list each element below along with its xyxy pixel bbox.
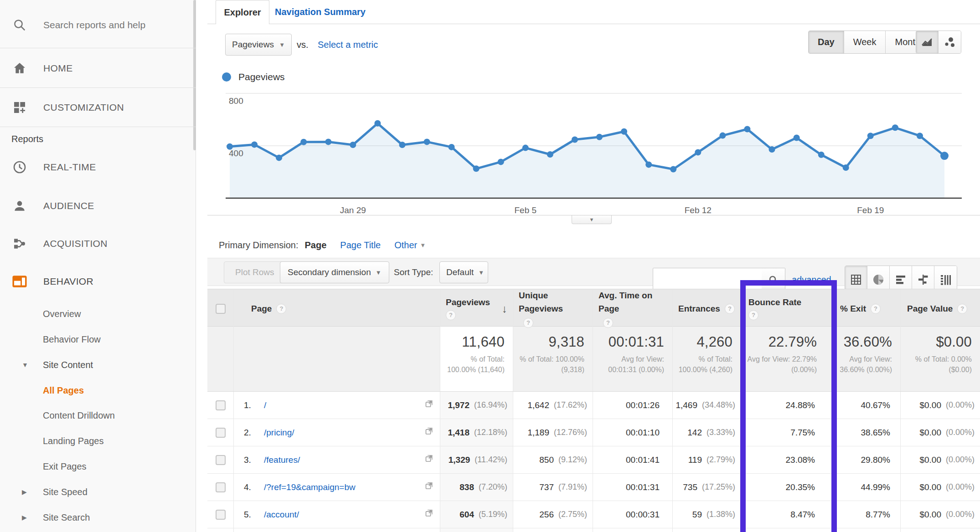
unique-pageviews-value: 256 — [539, 510, 554, 520]
primary-dimension-other[interactable]: Other — [394, 240, 417, 251]
select-all-checkbox[interactable] — [216, 304, 226, 314]
help-icon[interactable]: ? — [957, 304, 967, 314]
sidebar-item-site-search[interactable]: ▶ Site Search — [0, 505, 196, 530]
sidebar-item-overview[interactable]: Overview — [0, 301, 196, 327]
external-link-icon[interactable] — [423, 481, 433, 493]
row-checkbox[interactable] — [216, 482, 226, 492]
search-icon — [12, 17, 27, 33]
select-metric-link[interactable]: Select a metric — [318, 40, 378, 50]
granularity-week-button[interactable]: Week — [844, 31, 886, 53]
external-link-icon[interactable] — [423, 426, 433, 439]
entrances-value: 1,469 — [676, 400, 697, 410]
help-icon[interactable]: ? — [446, 310, 456, 320]
data-point[interactable] — [325, 138, 331, 145]
sidebar-item-behavior-flow[interactable]: Behavior Flow — [0, 327, 196, 352]
page-link[interactable]: /pricing/ — [264, 428, 294, 438]
col-header-page-value[interactable]: Page Value — [907, 304, 953, 314]
data-point[interactable] — [572, 137, 578, 143]
col-header-bounce-rate[interactable]: Bounce Rate — [748, 297, 801, 307]
data-point[interactable] — [695, 149, 701, 155]
row-checkbox[interactable] — [216, 428, 226, 438]
secondary-dimension-dropdown[interactable]: Secondary dimension ▼ — [280, 261, 389, 283]
sidebar-item-site-speed[interactable]: ▶ Site Speed — [0, 479, 196, 505]
col-header-exit[interactable]: % Exit — [840, 304, 866, 314]
chart-canvas[interactable]: 800 400 Jan 29 Feb 5 Feb 12 Feb 19 — [207, 64, 980, 221]
data-point[interactable] — [719, 133, 726, 139]
data-point[interactable] — [251, 141, 258, 148]
sidebar-item-exit-pages[interactable]: Exit Pages — [0, 454, 196, 479]
row-checkbox[interactable] — [216, 510, 226, 520]
data-point[interactable] — [498, 159, 504, 165]
sort-desc-icon[interactable]: ↓ — [502, 302, 507, 315]
data-point[interactable] — [843, 164, 849, 171]
data-point[interactable] — [424, 138, 430, 145]
page-link[interactable]: /account/ — [264, 510, 299, 520]
data-point[interactable] — [276, 154, 282, 161]
data-point[interactable] — [449, 144, 455, 150]
scatter-chart-icon[interactable] — [939, 31, 961, 53]
granularity-day-button[interactable]: Day — [809, 31, 844, 53]
external-link-icon[interactable] — [423, 399, 433, 411]
data-point[interactable] — [940, 152, 949, 160]
exit-value: 29.80% — [861, 455, 890, 465]
primary-dimension-label: Primary Dimension: — [219, 240, 298, 251]
page-link[interactable]: / — [264, 400, 266, 410]
entrances-pct: (3.33%) — [707, 428, 735, 437]
sidebar-item-site-content[interactable]: ▼ Site Content — [0, 352, 196, 378]
external-link-icon[interactable] — [423, 508, 433, 521]
page-link[interactable]: /features/ — [264, 455, 300, 465]
data-point[interactable] — [769, 146, 775, 153]
data-point[interactable] — [399, 142, 406, 148]
help-icon[interactable]: ? — [871, 304, 881, 314]
line-chart-icon[interactable] — [916, 31, 939, 53]
sidebar-item-home[interactable]: HOME — [0, 56, 196, 81]
col-header-page[interactable]: Page — [251, 304, 272, 314]
data-point[interactable] — [374, 120, 381, 127]
data-point[interactable] — [867, 133, 874, 139]
plot-rows-button[interactable]: Plot Rows — [224, 261, 286, 283]
col-header-unique-pageviews[interactable]: Unique Pageviews — [519, 289, 588, 315]
col-header-entrances[interactable]: Entrances — [678, 304, 720, 314]
sidebar-item-acquisition[interactable]: ACQUISITION — [0, 231, 196, 256]
data-point[interactable] — [621, 128, 627, 135]
data-point[interactable] — [645, 161, 652, 168]
external-link-icon[interactable] — [423, 454, 433, 466]
collapse-handle[interactable]: ▼ — [572, 215, 612, 224]
help-icon[interactable]: ? — [725, 304, 735, 314]
sidebar-search[interactable]: Search reports and help — [0, 12, 196, 38]
row-checkbox[interactable] — [216, 455, 226, 465]
help-icon[interactable]: ? — [276, 304, 286, 314]
help-icon[interactable]: ? — [748, 310, 758, 320]
data-point[interactable] — [818, 152, 825, 158]
tab-explorer[interactable]: Explorer — [216, 0, 269, 24]
data-point[interactable] — [917, 133, 923, 139]
sidebar-item-all-pages[interactable]: All Pages — [0, 378, 196, 403]
sidebar-item-realtime[interactable]: REAL-TIME — [0, 154, 196, 180]
sidebar-item-audience[interactable]: AUDIENCE — [0, 193, 196, 219]
primary-dimension-page-title[interactable]: Page Title — [340, 240, 381, 251]
metric-selector[interactable]: Pageviews ▼ — [225, 34, 292, 56]
sidebar-item-behavior[interactable]: BEHAVIOR — [0, 269, 196, 294]
data-point[interactable] — [473, 165, 480, 172]
data-point[interactable] — [522, 145, 529, 151]
data-point[interactable] — [547, 151, 553, 158]
sidebar-item-content-drilldown[interactable]: Content Drilldown — [0, 403, 196, 428]
data-point[interactable] — [670, 166, 676, 173]
col-header-avg-time[interactable]: Avg. Time on Page — [598, 289, 665, 315]
data-point[interactable] — [300, 139, 307, 145]
sort-type-dropdown[interactable]: Default ▼ — [439, 261, 488, 283]
sidebar-item-landing-pages[interactable]: Landing Pages — [0, 428, 196, 454]
data-point[interactable] — [794, 135, 800, 141]
sidebar-item-customization[interactable]: CUSTOMIZATION — [0, 95, 196, 120]
row-checkbox[interactable] — [216, 400, 226, 410]
primary-dimension-page[interactable]: Page — [304, 240, 326, 251]
data-point[interactable] — [350, 142, 356, 148]
data-point[interactable] — [596, 134, 603, 140]
col-header-pageviews[interactable]: Pageviews — [446, 297, 490, 307]
data-point[interactable] — [892, 124, 898, 131]
data-point[interactable] — [744, 126, 750, 133]
advanced-search-link[interactable]: advanced — [792, 275, 831, 285]
tab-navigation-summary[interactable]: Navigation Summary — [275, 7, 366, 17]
page-link[interactable]: /?ref=19&campaign=bw — [264, 482, 356, 492]
summary-entrances: 4,260 % of Total: 100.00% (4,260) — [672, 327, 741, 391]
